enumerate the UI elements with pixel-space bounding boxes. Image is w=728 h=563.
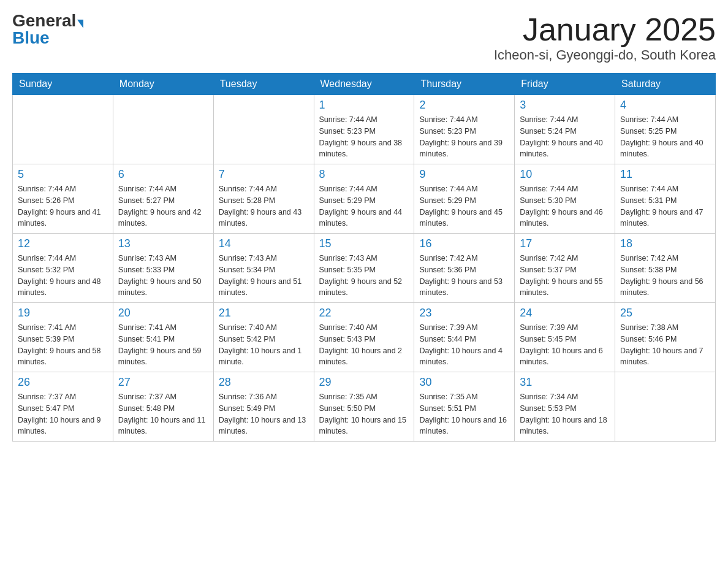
- day-info: Sunrise: 7:44 AM Sunset: 5:23 PM Dayligh…: [419, 114, 509, 160]
- day-info: Sunrise: 7:43 AM Sunset: 5:35 PM Dayligh…: [319, 253, 409, 299]
- calendar-cell: 31Sunrise: 7:34 AM Sunset: 5:53 PM Dayli…: [515, 372, 615, 442]
- day-info: Sunrise: 7:44 AM Sunset: 5:29 PM Dayligh…: [319, 183, 409, 229]
- calendar-cell: [113, 95, 213, 164]
- title-block: January 2025 Icheon-si, Gyeonggi-do, Sou…: [494, 12, 716, 63]
- day-info: Sunrise: 7:44 AM Sunset: 5:32 PM Dayligh…: [18, 253, 108, 299]
- day-number: 24: [520, 307, 610, 320]
- day-number: 1: [319, 99, 409, 112]
- day-info: Sunrise: 7:36 AM Sunset: 5:49 PM Dayligh…: [219, 391, 309, 437]
- day-info: Sunrise: 7:44 AM Sunset: 5:26 PM Dayligh…: [18, 183, 108, 229]
- day-info: Sunrise: 7:43 AM Sunset: 5:34 PM Dayligh…: [219, 253, 309, 299]
- day-info: Sunrise: 7:40 AM Sunset: 5:42 PM Dayligh…: [219, 322, 309, 368]
- calendar-cell: 15Sunrise: 7:43 AM Sunset: 5:35 PM Dayli…: [314, 234, 414, 303]
- day-number: 27: [118, 376, 208, 389]
- calendar-table: SundayMondayTuesdayWednesdayThursdayFrid…: [12, 73, 716, 442]
- calendar-cell: 28Sunrise: 7:36 AM Sunset: 5:49 PM Dayli…: [213, 372, 314, 442]
- calendar-cell: 30Sunrise: 7:35 AM Sunset: 5:51 PM Dayli…: [414, 372, 515, 442]
- week-row-2: 5Sunrise: 7:44 AM Sunset: 5:26 PM Daylig…: [13, 164, 716, 234]
- column-header-sunday: Sunday: [13, 74, 113, 95]
- day-number: 29: [319, 376, 409, 389]
- logo-general-text: General: [12, 11, 76, 30]
- day-number: 30: [419, 376, 509, 389]
- day-info: Sunrise: 7:42 AM Sunset: 5:37 PM Dayligh…: [520, 253, 610, 299]
- calendar-cell: 25Sunrise: 7:38 AM Sunset: 5:46 PM Dayli…: [615, 303, 716, 372]
- day-info: Sunrise: 7:44 AM Sunset: 5:28 PM Dayligh…: [219, 183, 309, 229]
- column-header-friday: Friday: [515, 74, 615, 95]
- calendar-title: January 2025: [494, 12, 716, 47]
- day-info: Sunrise: 7:41 AM Sunset: 5:41 PM Dayligh…: [118, 322, 208, 368]
- day-number: 15: [319, 237, 409, 250]
- column-header-thursday: Thursday: [414, 74, 515, 95]
- calendar-cell: 10Sunrise: 7:44 AM Sunset: 5:30 PM Dayli…: [515, 164, 615, 234]
- day-number: 21: [219, 307, 309, 320]
- logo-triangle-icon: [77, 20, 83, 28]
- day-info: Sunrise: 7:42 AM Sunset: 5:38 PM Dayligh…: [620, 253, 710, 299]
- day-info: Sunrise: 7:42 AM Sunset: 5:36 PM Dayligh…: [419, 253, 509, 299]
- day-number: 13: [118, 237, 208, 250]
- calendar-cell: 6Sunrise: 7:44 AM Sunset: 5:27 PM Daylig…: [113, 164, 213, 234]
- day-info: Sunrise: 7:41 AM Sunset: 5:39 PM Dayligh…: [18, 322, 108, 368]
- column-header-monday: Monday: [113, 74, 213, 95]
- week-row-4: 19Sunrise: 7:41 AM Sunset: 5:39 PM Dayli…: [13, 303, 716, 372]
- calendar-header-row: SundayMondayTuesdayWednesdayThursdayFrid…: [13, 74, 716, 95]
- calendar-cell: 21Sunrise: 7:40 AM Sunset: 5:42 PM Dayli…: [213, 303, 314, 372]
- day-number: 2: [419, 99, 509, 112]
- calendar-cell: 9Sunrise: 7:44 AM Sunset: 5:29 PM Daylig…: [414, 164, 515, 234]
- week-row-5: 26Sunrise: 7:37 AM Sunset: 5:47 PM Dayli…: [13, 372, 716, 442]
- day-number: 20: [118, 307, 208, 320]
- page-header: General Blue January 2025 Icheon-si, Gye…: [12, 12, 716, 63]
- calendar-cell: [13, 95, 113, 164]
- logo: General Blue: [12, 12, 83, 47]
- day-info: Sunrise: 7:44 AM Sunset: 5:29 PM Dayligh…: [419, 183, 509, 229]
- logo-general-row: General: [12, 12, 83, 29]
- day-number: 19: [18, 307, 108, 320]
- day-number: 12: [18, 237, 108, 250]
- day-number: 7: [219, 168, 309, 181]
- day-number: 3: [520, 99, 610, 112]
- day-number: 16: [419, 237, 509, 250]
- day-info: Sunrise: 7:44 AM Sunset: 5:23 PM Dayligh…: [319, 114, 409, 160]
- column-header-wednesday: Wednesday: [314, 74, 414, 95]
- day-number: 31: [520, 376, 610, 389]
- day-number: 17: [520, 237, 610, 250]
- calendar-cell: 12Sunrise: 7:44 AM Sunset: 5:32 PM Dayli…: [13, 234, 113, 303]
- day-info: Sunrise: 7:34 AM Sunset: 5:53 PM Dayligh…: [520, 391, 610, 437]
- column-header-tuesday: Tuesday: [213, 74, 314, 95]
- calendar-cell: 17Sunrise: 7:42 AM Sunset: 5:37 PM Dayli…: [515, 234, 615, 303]
- calendar-cell: 29Sunrise: 7:35 AM Sunset: 5:50 PM Dayli…: [314, 372, 414, 442]
- day-number: 11: [620, 168, 710, 181]
- day-info: Sunrise: 7:35 AM Sunset: 5:50 PM Dayligh…: [319, 391, 409, 437]
- day-info: Sunrise: 7:39 AM Sunset: 5:44 PM Dayligh…: [419, 322, 509, 368]
- calendar-cell: 3Sunrise: 7:44 AM Sunset: 5:24 PM Daylig…: [515, 95, 615, 164]
- day-number: 4: [620, 99, 710, 112]
- day-number: 25: [620, 307, 710, 320]
- day-number: 8: [319, 168, 409, 181]
- calendar-cell: 13Sunrise: 7:43 AM Sunset: 5:33 PM Dayli…: [113, 234, 213, 303]
- day-number: 9: [419, 168, 509, 181]
- calendar-cell: 22Sunrise: 7:40 AM Sunset: 5:43 PM Dayli…: [314, 303, 414, 372]
- day-number: 10: [520, 168, 610, 181]
- calendar-cell: 27Sunrise: 7:37 AM Sunset: 5:48 PM Dayli…: [113, 372, 213, 442]
- day-number: 5: [18, 168, 108, 181]
- calendar-cell: 2Sunrise: 7:44 AM Sunset: 5:23 PM Daylig…: [414, 95, 515, 164]
- day-number: 23: [419, 307, 509, 320]
- day-info: Sunrise: 7:44 AM Sunset: 5:24 PM Dayligh…: [520, 114, 610, 160]
- day-info: Sunrise: 7:38 AM Sunset: 5:46 PM Dayligh…: [620, 322, 710, 368]
- day-number: 6: [118, 168, 208, 181]
- day-info: Sunrise: 7:43 AM Sunset: 5:33 PM Dayligh…: [118, 253, 208, 299]
- calendar-cell: [615, 372, 716, 442]
- day-info: Sunrise: 7:39 AM Sunset: 5:45 PM Dayligh…: [520, 322, 610, 368]
- calendar-cell: 18Sunrise: 7:42 AM Sunset: 5:38 PM Dayli…: [615, 234, 716, 303]
- calendar-cell: 11Sunrise: 7:44 AM Sunset: 5:31 PM Dayli…: [615, 164, 716, 234]
- logo-blue-text: Blue: [12, 29, 50, 47]
- day-info: Sunrise: 7:35 AM Sunset: 5:51 PM Dayligh…: [419, 391, 509, 437]
- week-row-1: 1Sunrise: 7:44 AM Sunset: 5:23 PM Daylig…: [13, 95, 716, 164]
- calendar-cell: 19Sunrise: 7:41 AM Sunset: 5:39 PM Dayli…: [13, 303, 113, 372]
- calendar-cell: [213, 95, 314, 164]
- day-number: 26: [18, 376, 108, 389]
- day-info: Sunrise: 7:37 AM Sunset: 5:48 PM Dayligh…: [118, 391, 208, 437]
- day-info: Sunrise: 7:37 AM Sunset: 5:47 PM Dayligh…: [18, 391, 108, 437]
- day-info: Sunrise: 7:44 AM Sunset: 5:31 PM Dayligh…: [620, 183, 710, 229]
- calendar-cell: 8Sunrise: 7:44 AM Sunset: 5:29 PM Daylig…: [314, 164, 414, 234]
- day-number: 22: [319, 307, 409, 320]
